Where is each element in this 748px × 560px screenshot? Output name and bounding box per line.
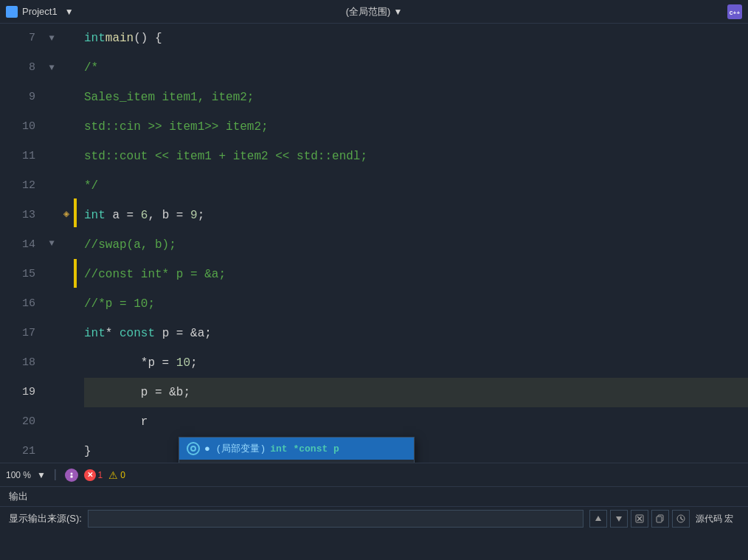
bp-cell-9 [59, 82, 74, 111]
code-line-8[interactable]: /* [84, 53, 748, 83]
fold-arrow-8[interactable]: ▼ [49, 63, 54, 73]
scope-dropdown[interactable]: ▼ [393, 7, 402, 17]
bp-cell-7 [59, 24, 74, 53]
fold-cell-14[interactable]: ▼ [44, 229, 59, 258]
project-name: Project1 [22, 6, 58, 17]
autocomplete-popup[interactable]: ● (局部变量) int *const p swap(a, b); const … [179, 437, 415, 463]
fold-cell-9 [44, 82, 59, 111]
bottom-panel-sub: 显示输出来源(S): [0, 507, 748, 530]
code-lines[interactable]: int main() { /* Sales_item item1, item2;… [78, 24, 748, 463]
bp-col: ◈ [59, 24, 74, 463]
fold-cell-15 [44, 257, 59, 287]
line-number-16: 16 [0, 289, 35, 319]
fold-cell-10 [44, 111, 59, 141]
bp-cell-13: ◈ [59, 199, 74, 229]
scope-selector: (全局范围) ▼ [346, 5, 403, 18]
zoom-dropdown[interactable]: ▼ [37, 470, 46, 480]
code-line-19[interactable]: p = &b; [84, 378, 748, 407]
svg-marker-10 [616, 516, 622, 522]
fold-cell-11 [44, 141, 59, 170]
svg-rect-15 [657, 516, 662, 522]
bottom-panel-title: 输出 [0, 487, 748, 507]
fold-cell-19 [44, 375, 59, 404]
svg-marker-9 [595, 516, 601, 521]
line-number-8: 8 [0, 53, 35, 83]
line-number-19: 19 [0, 378, 35, 407]
title-bar-center: (全局范围) ▼ [252, 5, 497, 18]
fold-col: ▼▼▼ [44, 24, 59, 463]
bottom-icon-down[interactable] [610, 510, 628, 528]
warning-count: 0 [120, 470, 125, 480]
fold-arrow-14[interactable]: ▼ [49, 238, 54, 249]
fold-cell-17 [44, 317, 59, 346]
line-number-9: 9 [0, 83, 35, 112]
fold-cell-16 [44, 287, 59, 317]
code-line-9[interactable]: Sales_item item1, item2; [84, 83, 748, 112]
line-number-11: 11 [0, 142, 35, 171]
status-warning: ⚠ 0 [108, 469, 125, 481]
svg-rect-8 [70, 475, 72, 477]
line-number-7: 7 [0, 24, 35, 53]
bp-cell-20 [59, 404, 74, 434]
fold-cell-7[interactable]: ▼ [44, 24, 59, 53]
code-line-11[interactable]: std::cout << item1 + item2 << std::endl; [84, 142, 748, 171]
error-count: 1 [98, 470, 103, 480]
line-number-20: 20 [0, 407, 35, 437]
fold-cell-8[interactable]: ▼ [44, 53, 59, 83]
code-line-13[interactable]: int a = 6, b = 9; [84, 201, 748, 230]
code-line-17[interactable]: int* const p = &a; [84, 319, 748, 348]
bp-cell-21 [59, 433, 74, 463]
autocomplete-items: swap(a, b); const int* p = &a; *p = 10; [179, 460, 414, 463]
changed-cell-13 [74, 198, 77, 227]
code-line-15[interactable]: //const int* p = &a; [84, 260, 748, 289]
code-line-16[interactable]: //*p = 10; [84, 289, 748, 319]
bottom-icon-copy[interactable] [651, 510, 669, 528]
code-line-14[interactable]: //swap(a, b); [84, 230, 748, 260]
line-number-10: 10 [0, 112, 35, 142]
bookmark-icon-13: ◈ [63, 207, 69, 220]
svg-rect-2 [9, 12, 15, 13]
bp-cell-16 [59, 287, 74, 317]
project-icon [6, 6, 18, 18]
line-numbers: 789101112131415161718192021 [0, 24, 44, 463]
status-bar: 100 % ▼ | ✕ 1 ⚠ 0 [0, 463, 748, 486]
status-purple-icon[interactable] [65, 469, 78, 482]
bottom-panel: 输出 显示输出来源(S): [0, 486, 748, 560]
fold-cell-13 [44, 199, 59, 229]
svg-point-7 [70, 472, 72, 474]
code-line-12[interactable]: */ [84, 171, 748, 201]
bp-cell-19 [59, 375, 74, 404]
scope-label: (全局范围) [346, 5, 391, 18]
bottom-icon-up[interactable] [589, 510, 607, 528]
line-number-13: 13 [0, 201, 35, 230]
bottom-source-label: 显示输出来源(S): [9, 512, 82, 525]
title-bar: Project1 ▼ (全局范围) ▼ C++ [0, 0, 748, 24]
editor-container: 789101112131415161718192021 ▼▼▼ ◈ int ma… [0, 24, 748, 463]
line-number-17: 17 [0, 319, 35, 348]
code-line-18[interactable]: *p = 10; [84, 348, 748, 378]
bottom-source-input[interactable] [88, 510, 583, 528]
bp-cell-11 [59, 141, 74, 170]
bottom-icon-clear[interactable] [631, 510, 648, 528]
autocomplete-header-prefix: ● (局部变量) [204, 442, 266, 455]
line-number-15: 15 [0, 260, 35, 289]
code-line-10[interactable]: std::cin >> item1>> item2; [84, 112, 748, 142]
bp-cell-10 [59, 111, 74, 141]
bottom-icons [589, 510, 690, 528]
bottom-icon-time[interactable] [672, 510, 690, 528]
code-area[interactable]: 789101112131415161718192021 ▼▼▼ ◈ int ma… [0, 24, 748, 463]
status-error: ✕ 1 [84, 469, 103, 481]
title-bar-right: C++ [496, 4, 742, 19]
code-line-7[interactable]: int main() { [84, 24, 748, 53]
changed-cell-15 [74, 259, 77, 288]
fold-arrow-7[interactable]: ▼ [49, 33, 54, 44]
bottom-right-label: 源代码 宏 [696, 513, 739, 525]
project-dropdown[interactable]: ▼ [62, 5, 77, 18]
code-line-20[interactable]: r [84, 407, 748, 437]
warning-icon: ⚠ [108, 469, 118, 481]
line-number-12: 12 [0, 171, 35, 201]
bp-cell-12 [59, 170, 74, 199]
svg-line-18 [681, 519, 683, 520]
bp-cell-17 [59, 317, 74, 346]
error-icon: ✕ [84, 469, 96, 481]
